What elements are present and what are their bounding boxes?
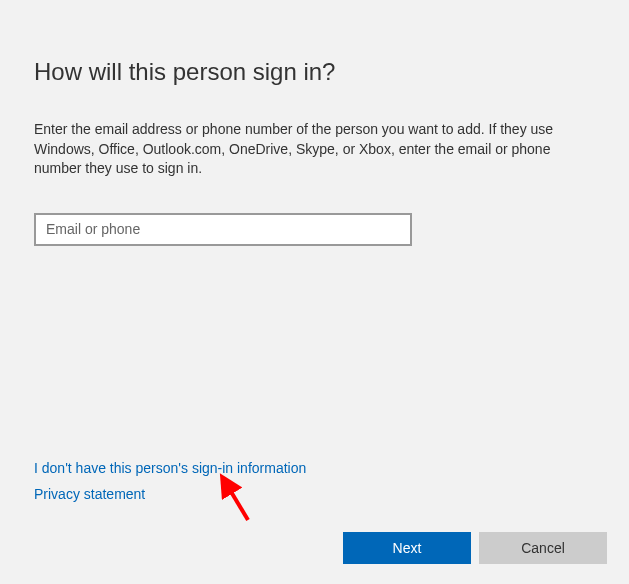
links-section: I don't have this person's sign-in infor…	[34, 460, 306, 512]
page-description: Enter the email address or phone number …	[34, 120, 589, 179]
privacy-statement-link[interactable]: Privacy statement	[34, 486, 306, 502]
page-title: How will this person sign in?	[34, 58, 595, 86]
dialog-content: How will this person sign in? Enter the …	[0, 0, 629, 266]
cancel-button[interactable]: Cancel	[479, 532, 607, 564]
email-or-phone-input[interactable]	[34, 213, 412, 246]
button-row: Next Cancel	[343, 532, 607, 564]
next-button[interactable]: Next	[343, 532, 471, 564]
no-signin-info-link[interactable]: I don't have this person's sign-in infor…	[34, 460, 306, 476]
